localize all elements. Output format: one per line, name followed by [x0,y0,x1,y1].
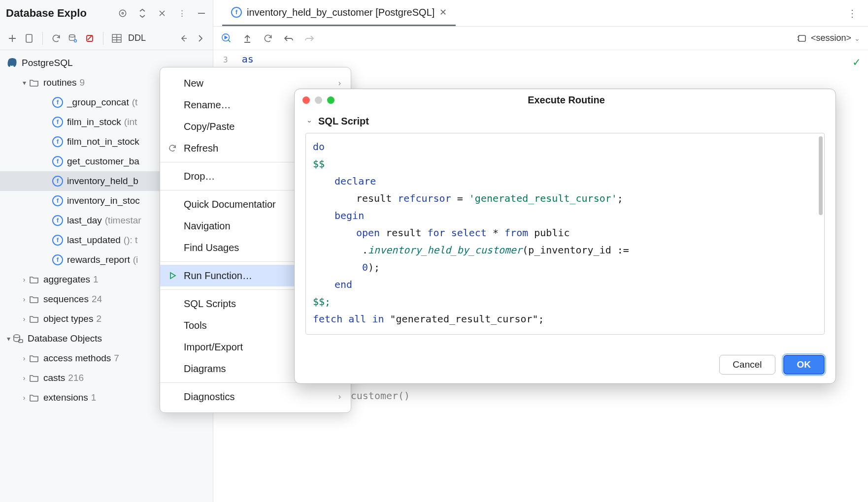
upload-icon[interactable] [242,33,253,44]
cancel-button[interactable]: Cancel [719,355,775,375]
dialog-titlebar: Execute Routine [295,89,835,111]
function-icon: f [52,235,63,246]
tab-label: inventory_held_by_customer [PostgreSQL] [247,7,434,18]
run-routine-icon[interactable] [221,33,232,44]
ddl-label[interactable]: DDL [128,33,146,43]
editor-body[interactable]: ✓ 3as finventory_held_by_customer() [213,50,868,68]
function-icon: f [52,97,63,108]
function-icon: f [52,156,63,167]
function-icon: f [52,215,63,226]
folder-icon [29,373,39,383]
execute-routine-dialog: Execute Routine › SQL Script do $$ decla… [294,89,836,384]
window-close-icon[interactable] [302,96,310,104]
undo-icon[interactable] [283,33,294,44]
close-tab-icon[interactable]: ✕ [439,7,447,18]
svg-point-3 [69,34,75,37]
function-icon: f [231,7,242,18]
db-objects-icon [13,333,24,344]
datasource-props-icon[interactable] [67,33,78,44]
function-icon: f [52,117,63,127]
folder-icon [29,274,39,285]
chevron-down-icon: ▾ [20,79,29,87]
folder-icon [29,294,39,305]
nav-forward-icon[interactable] [195,33,206,44]
function-icon: f [52,195,63,206]
chevron-right-icon: › [20,295,29,303]
chevron-right-icon: › [20,354,29,362]
chevron-right-icon: › [20,374,29,382]
function-icon: f [52,176,63,187]
sql-script-editor[interactable]: do $$ declare result refcursor = 'genera… [305,133,825,335]
session-icon[interactable] [24,33,34,44]
svg-point-0 [119,10,126,16]
function-icon: f [52,254,63,265]
redo-icon[interactable] [304,33,315,44]
nav-back-icon[interactable] [178,33,189,44]
tab-more-icon[interactable]: ⋮ [847,7,857,19]
folder-icon [29,353,39,364]
function-icon: f [52,136,63,147]
table-icon[interactable] [111,33,122,44]
sql-script-section-header[interactable]: › SQL Script [305,116,825,127]
dialog-title: Execute Routine [334,94,798,106]
chevron-right-icon: › [20,276,29,283]
add-icon[interactable] [7,33,18,44]
close-panel-icon[interactable] [157,8,167,19]
window-zoom-icon[interactable] [327,96,334,104]
chevron-right-icon: › [338,392,341,401]
stop-icon[interactable] [84,33,95,44]
check-icon: ✓ [853,55,860,69]
svg-point-4 [74,39,77,42]
refresh-icon[interactable] [51,33,62,44]
scrollbar[interactable] [819,136,823,215]
target-icon[interactable] [117,8,128,19]
chevron-right-icon: › [20,315,29,323]
folder-icon [29,314,39,324]
chevron-right-icon: › [338,79,341,88]
play-icon [167,272,178,280]
svg-rect-2 [26,34,32,42]
refresh-icon [167,144,178,153]
svg-point-1 [122,12,123,14]
chevron-down-icon: ⌄ [854,34,860,42]
window-minimize-icon[interactable] [315,96,322,104]
more-icon[interactable]: ⋮ [176,8,187,19]
editor-toolbar: <session> ⌄ [213,27,868,50]
svg-rect-10 [799,35,805,41]
refresh-editor-icon[interactable] [263,33,273,44]
ok-button[interactable]: OK [783,355,825,375]
session-picker[interactable]: <session> ⌄ [797,33,860,43]
editor-tab[interactable]: f inventory_held_by_customer [PostgreSQL… [222,0,456,26]
minimize-icon[interactable] [196,8,207,19]
svg-point-7 [14,335,20,338]
chevron-down-icon: › [306,117,314,126]
panel-title: Database Explo [6,7,117,20]
chevron-down-icon: ▾ [4,335,13,343]
folder-icon [29,392,39,403]
menu-diagnostics[interactable]: Diagnostics› [160,386,351,408]
chevron-right-icon: › [20,394,29,402]
sidebar-toolbar: DDL [0,27,213,50]
folder-icon [29,77,39,88]
expand-collapse-icon[interactable] [137,8,148,19]
editor-tab-bar: f inventory_held_by_customer [PostgreSQL… [213,0,868,27]
